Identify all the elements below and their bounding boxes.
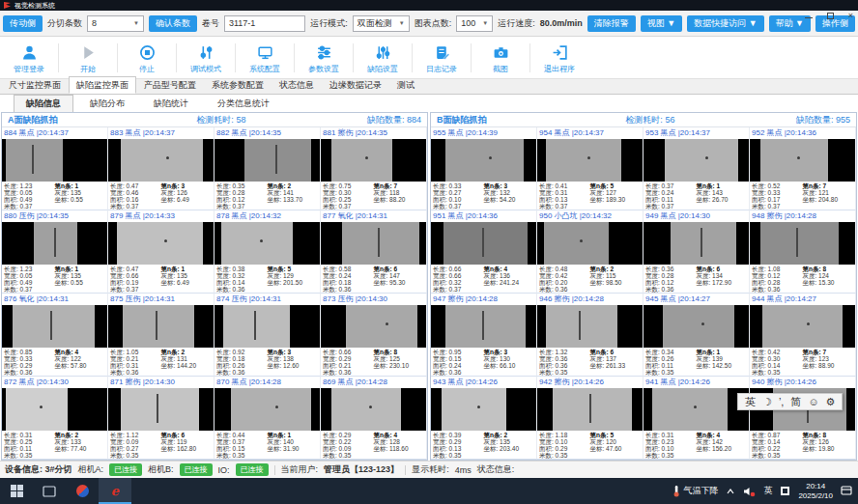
action-button-user[interactable]: 管理登录 <box>2 42 56 74</box>
sub-tab[interactable]: 缺陷分布 <box>77 95 137 113</box>
roll-number-input[interactable]: 3117-1 <box>224 15 305 32</box>
system-tray: 气温下降 英 20:14 2025/2/10 <box>672 482 858 500</box>
defect-metadata: 长度: 0.95宽度: 0.15面积: 0.24米数: 0.36第n条: 3灰度… <box>431 348 536 376</box>
weather-status[interactable]: 气温下降 <box>672 485 718 497</box>
main-tab[interactable]: 产品型号配置 <box>136 76 204 94</box>
taskbar-clock[interactable]: 20:14 2025/2/10 <box>798 482 833 500</box>
ime-moon-icon[interactable]: ☽ <box>762 397 772 407</box>
volume-muted[interactable] <box>743 486 756 497</box>
defect-cell-955[interactable]: 955 黑点 |20:14:39长度: 0.33宽度: 0.27面积: 0.10… <box>431 127 537 210</box>
defect-cell-878[interactable]: 878 黑点 |20:14:32长度: 0.38宽度: 0.32面积: 0.14… <box>214 210 321 294</box>
drive-side-button[interactable]: 传动侧 <box>3 15 43 32</box>
chart-points-select[interactable]: 100▼ <box>456 15 493 32</box>
action-button-monitor[interactable]: 系统配置 <box>238 42 292 74</box>
ime-settings-icon[interactable]: ⚙ <box>826 397 836 407</box>
defect-cell-943[interactable]: 943 黑点 |20:14:26长度: 0.39宽度: 0.29面积: 0.13… <box>431 377 537 460</box>
ime-punctuation[interactable]: ’, <box>779 397 785 407</box>
clear-alarm-button[interactable]: 清除报警 <box>587 15 636 32</box>
ime-lang[interactable]: 英 <box>745 397 756 407</box>
action-label: 参数设置 <box>308 64 339 74</box>
minimize-icon[interactable] <box>805 14 813 18</box>
material-band <box>221 222 293 265</box>
defect-cell-950[interactable]: 950 小凸坑 |20:14:32长度: 0.48宽度: 0.42面积: 0.2… <box>537 210 644 294</box>
defect-cell-882[interactable]: 882 黑点 |20:14:35长度: 0.35宽度: 0.28面积: 0.12… <box>214 127 321 210</box>
defect-cell-884[interactable]: 884 黑点 |20:14:37长度: 1.23宽度: 0.05面积: 0.49… <box>2 127 108 210</box>
defect-metadata: 长度: 0.58宽度: 0.24面积: 0.18米数: 0.36第n条: 6灰度… <box>321 265 426 293</box>
defect-cell-869[interactable]: 869 黑点 |20:14:28长度: 0.29宽度: 0.22面积: 0.09… <box>321 377 427 460</box>
defect-thumbnail <box>431 388 536 431</box>
defect-cell-871[interactable]: 871 擦伤 |20:14:30长度: 1.12宽度: 0.09面积: 0.27… <box>108 377 214 460</box>
camera-a-label: 相机A: <box>78 463 104 476</box>
defect-cell-879[interactable]: 879 黑点 |20:14:33长度: 0.47宽度: 0.66面积: 0.19… <box>108 210 214 294</box>
main-tab[interactable]: 边缘数据记录 <box>322 76 389 94</box>
sub-tab[interactable]: 缺陷统计 <box>141 95 201 113</box>
material-band <box>244 139 312 182</box>
confirm-count-button[interactable]: 确认条数 <box>149 15 197 32</box>
action-center-button[interactable] <box>841 486 852 496</box>
defect-cell-952[interactable]: 952 黑点 |20:14:36长度: 0.52宽度: 0.33面积: 0.17… <box>750 127 856 210</box>
action-button-log[interactable]: 日志记录 <box>415 42 469 74</box>
action-button-camera[interactable]: 截图 <box>473 42 528 74</box>
defect-cell-946[interactable]: 946 擦伤 |20:14:28长度: 1.32宽度: 0.36面积: 0.36… <box>537 294 644 377</box>
ime-emoji-icon[interactable]: ☺ <box>808 397 818 407</box>
main-tab[interactable]: 尺寸监控界面 <box>1 76 69 94</box>
defect-cell-873[interactable]: 873 压伤 |20:14:30长度: 0.66宽度: 0.29面积: 0.21… <box>321 294 427 377</box>
material-band <box>544 222 610 265</box>
defect-cell-951[interactable]: 951 黑点 |20:14:36长度: 0.66宽度: 0.66面积: 0.32… <box>431 210 537 294</box>
defect-cell-872[interactable]: 872 黑点 |20:14:30长度: 0.31宽度: 0.25面积: 0.11… <box>2 377 108 460</box>
chevron-up-icon <box>726 488 735 495</box>
taskbar-app-icon[interactable] <box>66 478 99 504</box>
slit-count-select[interactable]: 8▼ <box>87 15 144 32</box>
defect-cell-header: 943 黑点 |20:14:26 <box>431 377 536 388</box>
defect-cell-944[interactable]: 944 黑点 |20:14:27长度: 0.42宽度: 0.30面积: 0.14… <box>750 294 856 377</box>
action-button-play[interactable]: 开始 <box>61 42 115 74</box>
defect-cell-881[interactable]: 881 擦伤 |20:14:35长度: 0.75宽度: 0.30面积: 0.25… <box>321 127 427 210</box>
debug-icon <box>198 43 214 63</box>
defect-cell-954[interactable]: 954 黑点 |20:14:37长度: 0.41宽度: 0.31面积: 0.13… <box>537 127 644 210</box>
defect-cell-header: 874 压伤 |20:14:31 <box>214 294 320 305</box>
task-view-button[interactable] <box>33 478 66 504</box>
defect-cell-874[interactable]: 874 压伤 |20:14:31长度: 0.92宽度: 0.18面积: 0.26… <box>214 294 321 377</box>
defect-cell-948[interactable]: 948 擦伤 |20:14:28长度: 1.08宽度: 0.12面积: 0.28… <box>750 210 856 294</box>
defect-metadata: 长度: 0.42宽度: 0.30面积: 0.14米数: 0.35第n条: 7灰度… <box>750 348 855 376</box>
quick-access-menu-button[interactable]: 数据快捷访问 ▼ <box>687 15 763 32</box>
action-button-debug[interactable]: 调试模式 <box>179 42 233 74</box>
defect-cell-942[interactable]: 942 擦伤 |20:14:26长度: 1.18宽度: 0.10面积: 0.29… <box>537 377 644 460</box>
defect-cell-883[interactable]: 883 黑点 |20:14:37长度: 0.47宽度: 0.46面积: 0.16… <box>108 127 214 210</box>
sub-tab[interactable]: 分类信息统计 <box>205 95 282 113</box>
sub-tab-active[interactable]: 缺陷信息 <box>14 95 73 113</box>
taskbar-active-app-icon[interactable]: e <box>99 478 131 504</box>
defect-cell-947[interactable]: 947 擦伤 |20:14:28长度: 0.95宽度: 0.15面积: 0.24… <box>431 294 537 377</box>
action-button-defect-settings[interactable]: 缺陷设置 <box>356 42 410 74</box>
material-band <box>6 139 63 182</box>
main-tab[interactable]: 测试 <box>389 76 422 94</box>
start-button[interactable] <box>0 478 33 504</box>
defect-cell-949[interactable]: 949 黑点 |20:14:30长度: 0.36宽度: 0.28面积: 0.12… <box>644 210 750 294</box>
defect-cell-940[interactable]: 940 擦伤 |20:14:26长度: 0.87宽度: 0.14面积: 0.22… <box>750 377 856 460</box>
defect-cell-875[interactable]: 875 压伤 |20:14:31长度: 1.05宽度: 0.21面积: 0.31… <box>108 294 214 377</box>
ime-simplified-chinese[interactable]: 简 <box>790 397 801 407</box>
defect-cell-945[interactable]: 945 黑点 |20:14:27长度: 0.34宽度: 0.26面积: 0.11… <box>644 294 750 377</box>
defect-cell-953[interactable]: 953 黑点 |20:14:37长度: 0.37宽度: 0.24面积: 0.11… <box>644 127 750 210</box>
defect-mark <box>156 311 157 340</box>
action-label: 停止 <box>139 64 155 74</box>
action-button-exit[interactable]: 退出程序 <box>532 42 586 74</box>
defect-cell-880[interactable]: 880 压伤 |20:14:35长度: 1.23宽度: 0.05面积: 0.49… <box>2 210 108 294</box>
run-mode-select[interactable]: 双面检测▼ <box>353 15 410 32</box>
maximize-icon[interactable] <box>827 13 834 19</box>
main-tab[interactable]: 系统参数配置 <box>204 76 272 94</box>
view-menu-button[interactable]: 视图 ▼ <box>641 15 682 32</box>
main-tab[interactable]: 状态信息 <box>272 76 322 94</box>
main-tab-active[interactable]: 缺陷监控界面 <box>69 76 136 94</box>
defect-cell-876[interactable]: 876 氧化 |20:14:31长度: 0.85宽度: 0.33面积: 0.29… <box>2 294 108 377</box>
ime-mode-button[interactable] <box>780 486 790 496</box>
defect-cell-870[interactable]: 870 黑点 |20:14:28长度: 0.44宽度: 0.37面积: 0.15… <box>214 377 321 460</box>
action-button-stop[interactable]: 停止 <box>120 42 174 74</box>
defect-cell-941[interactable]: 941 黑点 |20:14:26长度: 0.31宽度: 0.23面积: 0.10… <box>644 377 750 460</box>
tray-expand-chevron[interactable] <box>726 488 735 495</box>
defect-cell-877[interactable]: 877 氧化 |20:14:31长度: 0.58宽度: 0.24面积: 0.18… <box>321 210 427 294</box>
action-button-params[interactable]: 参数设置 <box>297 42 351 74</box>
defect-metadata: 长度: 0.92宽度: 0.18面积: 0.26米数: 0.36第n条: 3灰度… <box>214 348 320 376</box>
close-icon[interactable]: × <box>848 12 853 20</box>
ime-language-indicator[interactable]: 英 <box>763 485 772 497</box>
